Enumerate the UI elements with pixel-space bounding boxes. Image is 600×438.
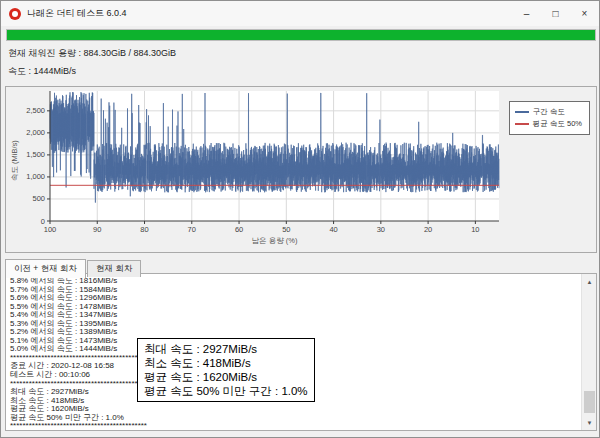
stats-callout: 최대 속도 : 2927MiB/s최소 속도 : 418MiB/s평균 속도 :… xyxy=(137,338,315,402)
legend-label: 구간 속도 xyxy=(533,107,565,117)
x-tick-label: 70 xyxy=(188,225,196,234)
x-tick-label: 80 xyxy=(140,225,148,234)
log-scrollbar[interactable]: ▲ ▼ xyxy=(581,274,596,430)
scroll-up-button[interactable]: ▲ xyxy=(582,274,597,289)
log-lines: 5.8% 에서의 속도 : 1816MiB/s5.7% 에서의 속도 : 158… xyxy=(10,277,147,431)
y-tick-label: 500 xyxy=(32,194,45,203)
app-icon xyxy=(9,8,21,20)
x-tick-label: 90 xyxy=(93,225,101,234)
window-title: 나래온 더티 테스트 6.0.4 xyxy=(27,7,127,20)
tab-strip: 이전 + 현재 회차 현재 회차 xyxy=(5,259,142,277)
stats-callout-line: 최소 속도 : 418MiB/s xyxy=(144,356,308,370)
y-tick-label: 1,000 xyxy=(26,172,45,181)
x-tick-label: 20 xyxy=(424,225,432,234)
close-button[interactable]: × xyxy=(570,1,599,26)
speed-chart: 10090807060504030201005001,0001,5002,000… xyxy=(5,86,597,253)
progress-bar xyxy=(6,29,596,41)
scroll-down-button[interactable]: ▼ xyxy=(582,415,597,430)
speed-label: 속도 : 1444MiB/s xyxy=(8,65,76,78)
tab-previous-plus-current-round[interactable]: 이전 + 현재 회차 xyxy=(5,259,86,278)
window-controls: – □ × xyxy=(512,1,599,26)
title-bar[interactable]: 나래온 더티 테스트 6.0.4 – □ × xyxy=(1,1,599,26)
stats-callout-line: 평균 속도 : 1620MiB/s xyxy=(144,370,308,384)
y-tick-label: 2,000 xyxy=(26,128,45,137)
app-window: 나래온 더티 테스트 6.0.4 – □ × 현재 채워진 용량 : 884.3… xyxy=(0,0,600,438)
maximize-button[interactable]: □ xyxy=(541,1,570,26)
capacity-label: 현재 채워진 용량 : 884.30GiB / 884.30GiB xyxy=(8,47,176,60)
legend-line-swatch xyxy=(515,111,529,113)
x-tick-label: 30 xyxy=(377,225,385,234)
speed-chart-svg: 10090807060504030201005001,0001,5002,000… xyxy=(6,87,596,252)
chart-legend: 구간 속도평균 속도 50% xyxy=(509,101,590,135)
legend-label: 평균 속도 50% xyxy=(533,119,582,129)
stats-callout-line: 최대 속도 : 2927MiB/s xyxy=(144,342,308,356)
y-tick-label: 2,500 xyxy=(26,106,45,115)
x-tick-label: 50 xyxy=(282,225,290,234)
legend-item: 평균 속도 50% xyxy=(515,118,582,130)
tab-label: 이전 + 현재 회차 xyxy=(14,263,77,273)
log-line: ****************************************… xyxy=(10,422,147,431)
minimize-button[interactable]: – xyxy=(512,1,541,26)
stats-callout-line: 평균 속도 50% 미만 구간 : 1.0% xyxy=(144,384,308,398)
legend-item: 구간 속도 xyxy=(515,106,582,118)
tab-label: 현재 회차 xyxy=(96,263,132,273)
x-tick-label: 10 xyxy=(471,225,479,234)
chart-y-axis-label: 속도 (MiB/s) xyxy=(10,140,20,181)
scroll-thumb[interactable] xyxy=(584,391,595,413)
x-tick-label: 100 xyxy=(44,225,57,234)
y-tick-label: 1,500 xyxy=(26,150,45,159)
chart-x-axis-label: 남은 용량 (%) xyxy=(50,236,499,246)
legend-line-swatch xyxy=(515,123,529,125)
tab-current-round[interactable]: 현재 회차 xyxy=(87,260,141,277)
x-tick-label: 60 xyxy=(235,225,243,234)
y-tick-label: 0 xyxy=(41,217,45,226)
x-tick-label: 40 xyxy=(329,225,337,234)
progress-fill xyxy=(7,30,595,40)
